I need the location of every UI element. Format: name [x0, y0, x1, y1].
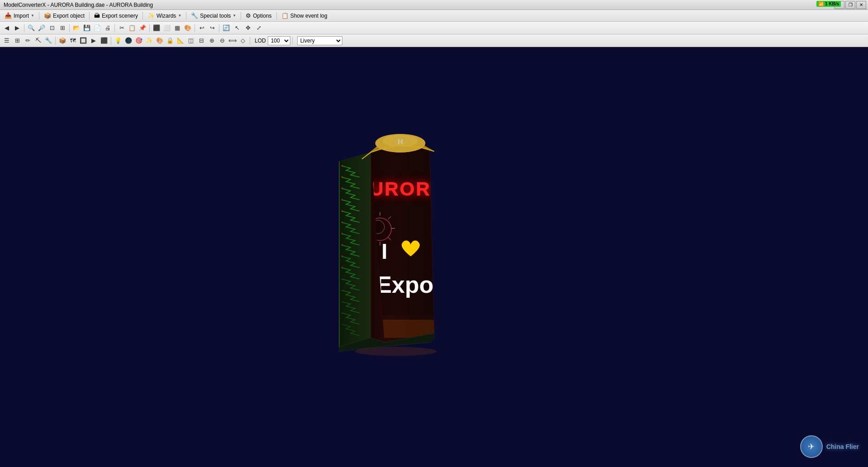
viewport: AURORA AURORA I [0, 47, 868, 467]
menu-wizards-label: Wizards [157, 13, 176, 19]
print-button[interactable]: 🖨 [103, 23, 113, 33]
options-icon: ⚙ [246, 12, 251, 19]
export-object-icon: 📦 [44, 12, 51, 19]
frame-button[interactable]: 🔲 [78, 36, 88, 46]
lod-select[interactable]: 100 50 25 10 [268, 36, 290, 45]
toolbar2-sep-3 [250, 37, 250, 45]
stop-button[interactable]: ⬛ [99, 36, 109, 46]
svg-point-32 [355, 347, 436, 356]
move-button[interactable]: ✥ [243, 23, 253, 33]
watermark-text: China Flier [826, 443, 859, 450]
menu-options[interactable]: ⚙ Options [242, 11, 275, 21]
toolbar-sep-6 [219, 24, 219, 32]
svg-text:I: I [381, 239, 387, 263]
toolbar2-group2: 📦 🗺 🔲 ▶ ⬛ [57, 36, 109, 46]
undo-button[interactable]: ↩ [197, 23, 207, 33]
map-button[interactable]: 🗺 [68, 36, 78, 46]
zoom-in-button[interactable]: 🔍 [26, 23, 36, 33]
cut-button[interactable]: ✂ [117, 23, 127, 33]
lod-control: LOD 100 50 25 10 [255, 36, 290, 45]
svg-rect-5 [342, 222, 343, 223]
livery-select[interactable]: Livery Default [297, 36, 342, 45]
menu-special-tools[interactable]: 🔧 Special tools ▼ [187, 11, 240, 21]
zoom-all-button[interactable]: ⊞ [57, 23, 67, 33]
menu-import[interactable]: 📥 Import ▼ [1, 11, 38, 21]
list-button[interactable]: ☰ [2, 36, 12, 46]
box-button[interactable]: 📦 [57, 36, 67, 46]
building-container: AURORA AURORA I [326, 116, 452, 371]
menu-sep-6 [276, 12, 277, 20]
lod-label: LOD [255, 38, 266, 44]
toolbar2-group3: 💡 🌑 🎯 ✨ 🎨 🔒 📐 ◫ ⊟ ⊕ ⊖ ⟺ ◇ [113, 36, 248, 46]
pencil-button[interactable]: ✏ [23, 36, 33, 46]
mirror-button[interactable]: ⟺ [228, 36, 237, 46]
redo-button[interactable]: ↪ [207, 23, 217, 33]
shadow-button[interactable]: 🌑 [123, 36, 133, 46]
menu-export-scenery[interactable]: 🏔 Export scenery [90, 11, 142, 21]
toolbar-sep-2 [69, 24, 70, 32]
paste-button[interactable]: 📌 [138, 23, 147, 33]
snap-button[interactable]: 📐 [175, 36, 185, 46]
toolbar-sep-5 [194, 24, 195, 32]
svg-rect-9 [342, 267, 343, 268]
menu-export-object[interactable]: 📦 Export object [40, 11, 88, 21]
building-model: AURORA AURORA I [326, 116, 452, 370]
show-event-log-icon: 📋 [281, 12, 289, 19]
lock-button[interactable]: 🔒 [165, 36, 175, 46]
restore-button[interactable]: ❐ [845, 1, 855, 9]
distribute-button[interactable]: ⊟ [196, 36, 206, 46]
group-button[interactable]: ⊕ [207, 36, 217, 46]
solid-button[interactable]: ⬜ [162, 23, 172, 33]
color-button[interactable]: 🎨 [155, 36, 165, 46]
toolbar2-sep-1 [55, 37, 56, 45]
save-button[interactable]: 💾 [82, 23, 92, 33]
grid-button[interactable]: ⊞ [12, 36, 22, 46]
left-facade [339, 152, 371, 347]
forward-button[interactable]: ▶ [12, 23, 22, 33]
scale-button[interactable]: ⤢ [254, 23, 264, 33]
fx-button[interactable]: ✨ [144, 36, 154, 46]
svg-rect-0 [342, 165, 343, 167]
render-button[interactable]: 🎯 [134, 36, 144, 46]
toolbar-view-group: ⬛ ⬜ ▦ 🎨 [152, 23, 193, 33]
menu-export-scenery-label: Export scenery [102, 13, 138, 19]
toolbar-edit-group: ✂ 📋 📌 [117, 23, 147, 33]
back-button[interactable]: ◀ [2, 23, 12, 33]
menu-bar: 📥 Import ▼ 📦 Export object 🏔 Export scen… [0, 10, 868, 22]
open-button[interactable]: 📂 [71, 23, 81, 33]
livery-control: Livery Default [297, 36, 342, 45]
svg-rect-3 [342, 199, 343, 200]
align-button[interactable]: ◫ [186, 36, 196, 46]
close-button[interactable]: ✕ [856, 1, 866, 9]
rotate-button[interactable]: 🔄 [221, 23, 231, 33]
menu-show-event-log[interactable]: 📋 Show event log [278, 11, 331, 21]
toolbar-sep-4 [149, 24, 150, 32]
ungroup-button[interactable]: ⊖ [217, 36, 227, 46]
light-button[interactable]: 💡 [113, 36, 123, 46]
material-button[interactable]: 🎨 [183, 23, 193, 33]
menu-wizards[interactable]: ✨ Wizards ▼ [144, 11, 185, 21]
copy-button[interactable]: 📋 [127, 23, 137, 33]
menu-special-tools-label: Special tools [200, 13, 231, 19]
bandwidth-label: 1 KB/s [825, 1, 839, 6]
zoom-fit-button[interactable]: ⊡ [47, 23, 57, 33]
toolbar-sep-1 [24, 24, 24, 32]
svg-rect-2 [342, 188, 343, 189]
title-bar-text: ModelConverterX - AURORA Building.dae - … [2, 2, 153, 8]
wireframe-button[interactable]: ⬛ [152, 23, 161, 33]
svg-text:Expo: Expo [376, 272, 433, 298]
zoom-out-button[interactable]: 🔎 [37, 23, 47, 33]
boolean-button[interactable]: ◇ [238, 36, 248, 46]
svg-text:H: H [398, 138, 403, 146]
pick-button[interactable]: ⛏ [33, 36, 43, 46]
new-button[interactable]: 📄 [92, 23, 102, 33]
cursor-button[interactable]: ↖ [232, 23, 242, 33]
special-tools-icon: 🔧 [191, 12, 198, 19]
menu-sep-2 [89, 12, 90, 20]
menu-show-event-log-label: Show event log [290, 13, 327, 19]
texture-button[interactable]: ▦ [172, 23, 182, 33]
wrench-button[interactable]: 🔧 [43, 36, 53, 46]
wifi-icon: 📶 [818, 1, 824, 6]
play-button[interactable]: ▶ [89, 36, 99, 46]
menu-sep-4 [186, 12, 186, 20]
